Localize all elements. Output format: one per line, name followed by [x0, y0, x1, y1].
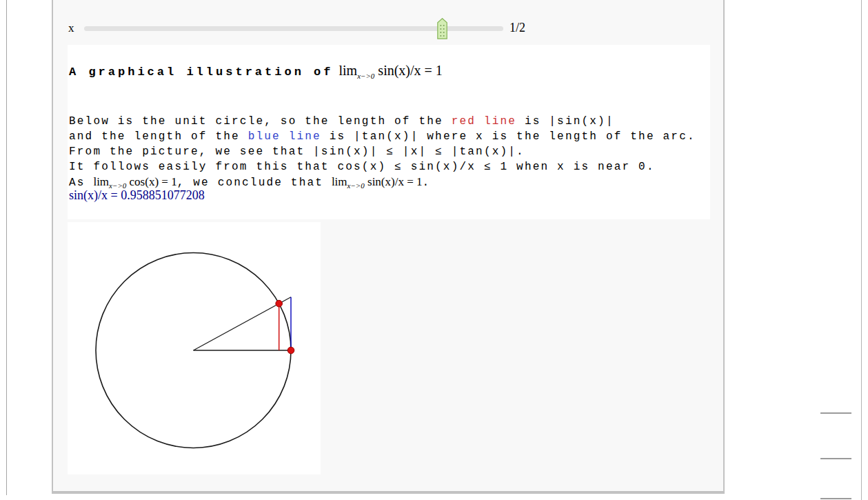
output-area: A graphical illustration oflimx−>0 sin(x…	[68, 45, 710, 219]
result-value: sin(x)/x = 0.958851077208	[69, 188, 205, 203]
page-left-rule	[6, 0, 7, 495]
title-math: limx−>0 sin(x)/x = 1	[339, 63, 442, 78]
limit-math-2: limx−>0 sin(x)/x = 1	[332, 175, 423, 188]
point-on-circle	[276, 300, 283, 307]
x-slider-track[interactable]	[84, 26, 503, 31]
output-title: A graphical illustration oflimx−>0 sin(x…	[69, 63, 443, 80]
slider-handle-icon	[437, 18, 447, 39]
blue-line-mention: blue line	[248, 130, 321, 143]
title-text: A graphical illustration of	[69, 66, 333, 79]
red-line-mention: red line	[452, 115, 516, 128]
point-at-one-zero	[287, 347, 294, 354]
page-right-rule	[861, 0, 862, 500]
paragraph-line-4: It follows easily from this that cos(x) …	[69, 159, 696, 174]
paragraph-line-2: and the length of the blue line is |tan(…	[69, 129, 696, 144]
paragraph-line-1: Below is the unit circle, so the length …	[69, 114, 696, 129]
unit-circle-plot	[68, 222, 321, 474]
limit-math-1: limx−>0 cos(x) = 1	[93, 175, 176, 188]
x-slider-handle[interactable]	[437, 18, 447, 39]
divider-line	[820, 458, 851, 459]
divider-line	[820, 412, 851, 414]
output-paragraph: Below is the unit circle, so the length …	[69, 114, 696, 193]
paragraph-line-3: From the picture, we see that |sin(x)| ≤…	[69, 144, 696, 159]
interact-cell: x 1/2 A graphical illustration oflimx−>0…	[52, 0, 725, 494]
slider-value: 1/2	[509, 21, 525, 35]
slider-label: x	[68, 21, 74, 35]
plot-image	[68, 222, 321, 474]
divider-line	[820, 498, 851, 499]
